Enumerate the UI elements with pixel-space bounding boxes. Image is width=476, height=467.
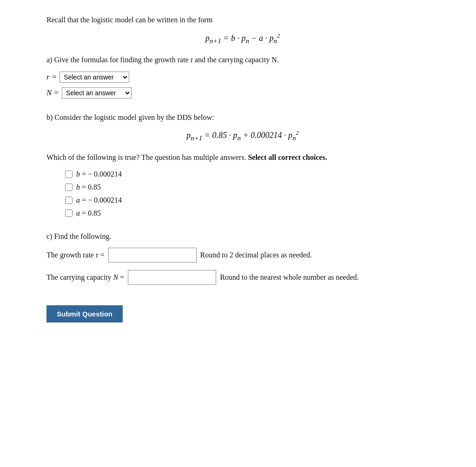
capacity-hint: Round to the nearest whole number as nee… <box>220 273 359 282</box>
capacity-row: The carrying capacity N = Round to the n… <box>46 270 439 285</box>
checkbox-group: b = − 0.000214 b = 0.85 a = − 0.000214 a… <box>65 170 439 217</box>
part-c: c) Find the following. The growth rate r… <box>46 230 439 285</box>
growth-rate-input[interactable] <box>108 248 197 263</box>
choice-3-row: a = − 0.000214 <box>65 196 439 204</box>
n-label: N = <box>46 88 59 98</box>
choice-3-checkbox[interactable] <box>65 197 73 204</box>
formula1-display: pn+1 = b · pn − a · pn2 <box>46 33 439 45</box>
n-row: N = Select an answer <box>46 87 439 99</box>
choice-1-checkbox[interactable] <box>65 171 73 178</box>
capacity-label: The carrying capacity N = <box>46 273 124 282</box>
formula2-math: pn+1 = 0.85 · pn + 0.000214 · pn2 <box>186 131 299 140</box>
choice-4-label: a = 0.85 <box>76 209 101 217</box>
intro-label: Recall that the logistic model can be wr… <box>46 16 212 24</box>
submit-button[interactable]: Submit Question <box>46 305 123 322</box>
part-b-question: Which of the following is true? The ques… <box>46 151 439 164</box>
choice-3-label: a = − 0.000214 <box>76 196 122 204</box>
r-label: r = <box>46 72 57 82</box>
choice-2-checkbox[interactable] <box>65 184 73 191</box>
r-row: r = Select an answer <box>46 72 439 83</box>
part-c-label: c) Find the following. <box>46 230 439 243</box>
choice-4-row: a = 0.85 <box>65 209 439 217</box>
choice-1-row: b = − 0.000214 <box>65 170 439 178</box>
growth-rate-hint: Round to 2 decimal places as needed. <box>200 251 312 259</box>
choice-4-checkbox[interactable] <box>65 210 73 217</box>
part-b: b) Consider the logistic model given by … <box>46 112 439 217</box>
growth-rate-row: The growth rate r = Round to 2 decimal p… <box>46 248 439 263</box>
select-all-text: Select all correct choices. <box>248 153 327 161</box>
r-dropdown[interactable]: Select an answer <box>60 72 129 83</box>
submit-section: Submit Question <box>46 298 439 322</box>
part-a-label: a) Give the formulas for finding the gro… <box>46 54 439 66</box>
choice-2-label: b = 0.85 <box>76 183 101 191</box>
formula1-math: pn+1 = b · pn − a · pn2 <box>205 33 280 43</box>
growth-rate-label: The growth rate r = <box>46 251 105 259</box>
n-dropdown[interactable]: Select an answer <box>62 87 132 99</box>
choice-2-row: b = 0.85 <box>65 183 439 191</box>
formula2-display: pn+1 = 0.85 · pn + 0.000214 · pn2 <box>46 130 439 142</box>
choice-1-label: b = − 0.000214 <box>76 170 122 178</box>
question-text: Which of the following is true? The ques… <box>46 153 246 161</box>
part-a: a) Give the formulas for finding the gro… <box>46 54 439 99</box>
capacity-input[interactable] <box>128 270 216 285</box>
part-b-label: b) Consider the logistic model given by … <box>46 112 439 124</box>
submit-label: Submit Question <box>57 310 112 318</box>
intro-text: Recall that the logistic model can be wr… <box>46 14 439 26</box>
